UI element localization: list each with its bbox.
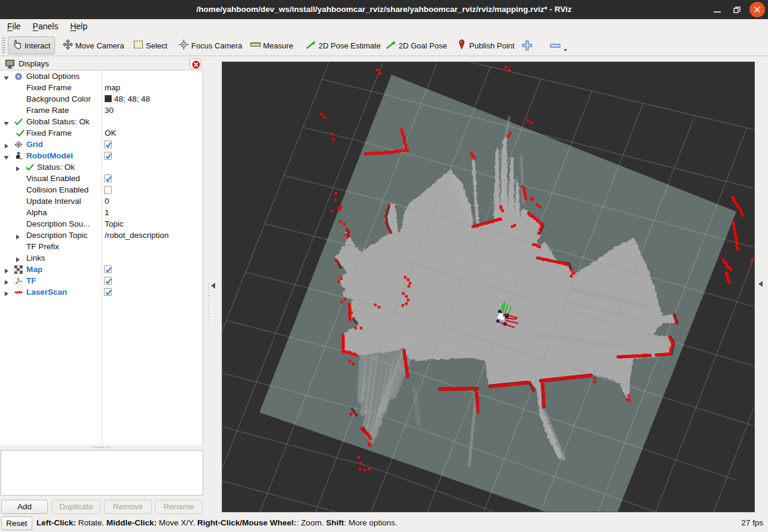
tree-row-label: Visual Enabled — [26, 174, 80, 183]
tree-row-value[interactable]: 30 — [105, 106, 114, 115]
tree-row-collision-enabled[interactable]: Collision Enabled — [0, 184, 203, 195]
render-viewport[interactable] — [222, 62, 754, 512]
collapse-left-icon[interactable] — [211, 283, 215, 289]
tree-row-alpha[interactable]: Alpha1 — [0, 207, 203, 218]
remove-tool-button[interactable] — [549, 39, 570, 56]
tree-row-checkbox[interactable] — [104, 152, 112, 160]
remove-button[interactable]: Remove — [104, 500, 152, 514]
tree-row-value[interactable]: 48; 48; 48 — [105, 94, 150, 103]
tree-row-robotmodel[interactable]: RobotModel — [0, 150, 203, 161]
displays-tree[interactable]: Global OptionsFixed FramemapBackground C… — [0, 71, 203, 445]
tree-row-visual-enabled[interactable]: Visual Enabled — [0, 173, 203, 184]
tree-row-grid[interactable]: Grid — [0, 139, 203, 150]
collapsed-arrow-icon[interactable] — [4, 142, 9, 147]
tree-row-checkbox[interactable] — [104, 277, 112, 285]
title-bar[interactable]: /home/yahboom/dev_ws/install/yahboomcar_… — [0, 0, 768, 19]
tree-row-checkbox[interactable] — [104, 175, 112, 182]
collapsed-arrow-icon[interactable] — [15, 233, 20, 238]
tree-row-map[interactable]: Map — [0, 264, 203, 275]
panel-buttons: AddDuplicateRemoveRename — [0, 500, 204, 515]
tree-row-global-status-ok[interactable]: Global Status: Ok — [0, 116, 203, 127]
tool-pose-estimate[interactable]: 2D Pose Estimate — [302, 36, 385, 54]
tree-row-description-topic[interactable]: Description Topic/robot_description — [0, 230, 203, 241]
status-key: Middle-Click: — [106, 518, 157, 527]
tree-row-label: LaserScan — [26, 288, 67, 296]
tree-row-label: TF — [26, 276, 36, 285]
maximize-button[interactable] — [729, 2, 745, 17]
tree-row-value[interactable]: 0 — [105, 197, 109, 206]
tree-row-value[interactable]: map — [105, 83, 120, 92]
collapsed-arrow-icon[interactable] — [4, 289, 9, 295]
collapsed-arrow-icon[interactable] — [4, 267, 9, 272]
collapsed-arrow-icon[interactable] — [4, 278, 9, 283]
minimize-button[interactable] — [709, 2, 725, 17]
reset-button[interactable]: Reset — [1, 516, 32, 530]
collapse-right-icon[interactable] — [758, 281, 763, 287]
duplicate-button[interactable]: Duplicate — [52, 500, 100, 514]
select-icon — [133, 39, 144, 52]
displays-panel: Displays Global OptionsFixed FramemapBac… — [0, 57, 204, 515]
tree-row-frame-rate[interactable]: Frame Rate30 — [0, 105, 203, 116]
displays-panel-close-button[interactable] — [189, 59, 201, 69]
tree-row-value[interactable]: /robot_description — [105, 231, 169, 240]
tree-row-description-sou-[interactable]: Description Sou...Topic — [0, 218, 203, 230]
add-button[interactable]: Add — [1, 500, 48, 514]
close-button[interactable] — [749, 2, 765, 17]
tree-row-label: Links — [26, 253, 45, 262]
tree-row-background-color[interactable]: Background Color48; 48; 48 — [0, 93, 203, 105]
tool-select[interactable]: Select — [130, 36, 172, 54]
tree-row-label: Background Color — [26, 94, 91, 103]
expanded-arrow-icon[interactable] — [4, 153, 9, 158]
tree-row-label: Alpha — [26, 208, 47, 217]
tree-row-tf-prefix[interactable]: TF Prefix — [0, 241, 203, 252]
collapsed-arrow-icon[interactable] — [15, 255, 20, 261]
right-splitter-strip[interactable] — [754, 57, 768, 515]
tree-row-laserscan[interactable]: LaserScan — [0, 286, 203, 298]
tree-row-fixed-frame[interactable]: Fixed Framemap — [0, 82, 203, 93]
menu-item-help[interactable]: Help — [64, 19, 93, 35]
tree-row-label: Status: Ok — [37, 163, 75, 172]
tree-row-global-options[interactable]: Global Options — [0, 71, 203, 82]
tool-publish-point[interactable]: Publish Point — [453, 36, 519, 54]
tool-label: 2D Pose Estimate — [319, 41, 381, 50]
tool-goal-pose[interactable]: 2D Goal Pose — [383, 36, 451, 54]
tree-row-fixed-frame[interactable]: Fixed FrameOK — [0, 127, 203, 139]
tree-row-label: Grid — [26, 140, 43, 149]
expanded-arrow-icon[interactable] — [4, 119, 9, 124]
expanded-arrow-icon[interactable] — [4, 74, 9, 79]
tree-row-value[interactable]: 1 — [105, 208, 109, 217]
tree-row-checkbox[interactable] — [104, 140, 112, 148]
collapsed-arrow-icon[interactable] — [15, 164, 20, 170]
tree-row-tf[interactable]: TF — [0, 275, 203, 286]
tree-row-links[interactable]: Links — [0, 252, 203, 264]
tool-move-camera[interactable]: Move Camera — [59, 36, 128, 54]
toolbar-grip[interactable] — [2, 37, 5, 53]
menu-bar: FilePanelsHelp — [0, 19, 768, 35]
tool-interact[interactable]: Interact — [8, 36, 55, 54]
tree-row-checkbox[interactable] — [104, 265, 112, 273]
tree-row-label: Global Options — [26, 72, 79, 81]
tree-row-status-ok[interactable]: Status: Ok — [0, 161, 203, 173]
rename-button[interactable]: Rename — [155, 500, 203, 514]
tool-label: Measure — [263, 41, 293, 50]
tree-row-checkbox[interactable] — [104, 186, 112, 194]
tree-row-checkbox[interactable] — [104, 288, 112, 296]
close-icon — [749, 2, 765, 17]
tree-row-value[interactable]: Topic — [105, 219, 124, 228]
pin-icon — [456, 39, 467, 52]
menu-item-file[interactable]: File — [1, 19, 27, 35]
tool-focus-camera[interactable]: Focus Camera — [175, 36, 246, 54]
tree-row-label: RobotModel — [26, 151, 73, 160]
add-tool-button[interactable] — [521, 39, 533, 54]
status-key: Shift — [326, 518, 344, 527]
tool-label: Interact — [25, 41, 50, 50]
panel-splitter[interactable] — [0, 445, 204, 450]
status-key: Left-Click: — [36, 518, 76, 527]
left-splitter-strip[interactable] — [204, 57, 222, 515]
tool-measure[interactable]: Measure — [247, 36, 298, 54]
tree-row-value[interactable]: OK — [105, 129, 117, 137]
menu-item-panels[interactable]: Panels — [27, 19, 65, 35]
check-icon — [16, 129, 25, 138]
displays-panel-header[interactable]: Displays — [0, 57, 204, 71]
tree-row-update-interval[interactable]: Update Interval0 — [0, 195, 203, 207]
